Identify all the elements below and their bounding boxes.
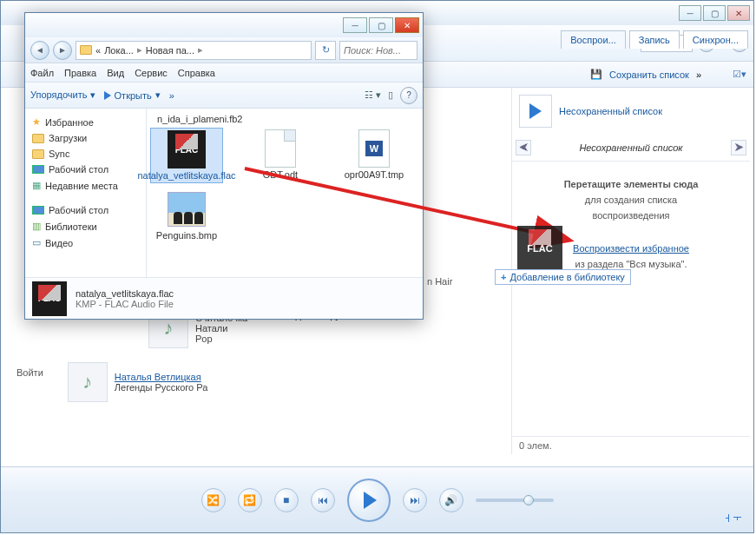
breadcrumb[interactable]: « Лока... ▸ Новая па... ▸	[76, 41, 312, 60]
forward-button[interactable]: ►	[53, 41, 72, 60]
refresh-button[interactable]: ↻	[315, 41, 336, 60]
folder-icon	[32, 149, 44, 159]
file-item[interactable]: n_ida_i_plameni.fb2	[150, 112, 419, 122]
volume-slider[interactable]	[476, 499, 554, 502]
nav-desktop[interactable]: Рабочий стол	[29, 162, 142, 177]
bg-text-fragment: n Hair	[427, 276, 452, 287]
explorer-toolbar: Упорядочить ▾ Открыть ▾ » ☷ ▾ ▯ ?	[25, 83, 423, 109]
file-item-selected[interactable]: FLAC natalya_vetlitskaya.flac	[150, 128, 223, 183]
wmp-minimize-button[interactable]: ─	[679, 5, 701, 21]
library-content: ♪ Считалочка Натали Pop Новогодние Игруш…	[10, 307, 502, 454]
pl-next-button[interactable]: ⮞	[731, 140, 746, 155]
toolbar-chevron[interactable]: »	[169, 90, 174, 101]
track-artist: Натали	[195, 323, 247, 334]
shuffle-button[interactable]: 🔀	[201, 488, 226, 512]
drop-caption: Перетащите элементы сюда	[564, 179, 699, 189]
explorer-addressbar: ◄ ► « Лока... ▸ Новая па... ▸ ↻	[25, 37, 423, 63]
save-list-link[interactable]: Сохранить список	[609, 69, 689, 80]
track-row[interactable]: ♪ Наталья Ветлицкая Легенды Русского Ра	[68, 360, 207, 404]
menu-edit[interactable]: Правка	[64, 68, 96, 78]
star-icon: ★	[32, 116, 41, 128]
exp-minimize-button[interactable]: ─	[343, 17, 367, 33]
disk-icon: 💾	[590, 69, 602, 80]
folder-icon	[32, 134, 44, 143]
file-name: opr00A9T.tmp	[345, 169, 404, 180]
tab-burn[interactable]: Запись	[629, 30, 680, 49]
track-title: Легенды Русского Ра	[115, 382, 207, 393]
playlist-drop-area[interactable]: Перетащите элементы сюда для создания сп…	[512, 162, 750, 436]
player-bar: 🔀 🔁 ■ ⏮ ⏭ 🔊 ⫞⫟	[1, 466, 753, 532]
file-name: natalya_vetlitskaya.flac	[137, 170, 235, 181]
monitor-icon	[32, 206, 44, 215]
unsaved-list-link[interactable]: Несохраненный список	[559, 106, 662, 116]
menu-tools[interactable]: Сервис	[135, 68, 168, 78]
status-filetype: KMP - FLAC Audio File	[76, 299, 174, 309]
nav-libraries[interactable]: ▥Библиотеки	[29, 218, 142, 234]
next-button[interactable]: ⏭	[403, 488, 427, 512]
play-favorites-link[interactable]: Воспроизвести избранное	[573, 243, 689, 254]
wmp-tabs: Воспрои... Запись Синхрон...	[561, 30, 748, 49]
play-button[interactable]	[347, 479, 391, 522]
stop-button[interactable]: ■	[274, 488, 299, 512]
pl-head: Несохраненный список	[512, 88, 750, 135]
view-button[interactable]: ☷ ▾	[365, 89, 381, 101]
nav-video[interactable]: ▭Видео	[29, 234, 142, 251]
wmp-maximize-button[interactable]: ▢	[703, 5, 726, 21]
bmp-icon	[168, 192, 206, 227]
file-name: Penguins.bmp	[156, 230, 217, 241]
flac-icon: FLAC	[517, 226, 562, 271]
mute-button[interactable]: 🔊	[439, 488, 463, 512]
file-item[interactable]: Penguins.bmp	[150, 188, 223, 242]
switch-view-button[interactable]: ⫞⫟	[724, 510, 745, 525]
tab-play[interactable]: Воспрои...	[561, 30, 625, 49]
explorer-window: ─ ▢ ✕ ◄ ► « Лока... ▸ Новая па... ▸ ↻ Фа…	[24, 12, 424, 320]
menu-view[interactable]: Вид	[107, 68, 124, 78]
drag-tooltip: + Добавление в библиотеку	[495, 269, 631, 285]
organize-button[interactable]: Упорядочить ▾	[30, 89, 95, 101]
exp-close-button[interactable]: ✕	[395, 17, 419, 33]
crumb-seg[interactable]: Лока...	[104, 45, 134, 56]
explorer-search-input[interactable]	[339, 41, 417, 60]
nav-sync[interactable]: Sync	[29, 146, 142, 162]
nav-favorites[interactable]: ★Избранное	[29, 114, 142, 130]
explorer-body: ★Избранное Загрузки Sync Рабочий стол ▦Н…	[25, 109, 423, 277]
login-link[interactable]: Войти	[10, 360, 50, 404]
nav-recent[interactable]: ▦Недавние места	[29, 177, 142, 194]
folder-icon	[80, 45, 92, 55]
preview-pane-button[interactable]: ▯	[388, 89, 393, 101]
album-art-icon: ♪	[68, 362, 108, 402]
explorer-titlebar[interactable]: ─ ▢ ✕	[25, 13, 423, 37]
play-thumbnail-icon	[519, 95, 552, 128]
chevron-icon[interactable]: »	[696, 69, 701, 80]
tab-sync[interactable]: Синхрон...	[683, 30, 748, 49]
repeat-button[interactable]: 🔁	[238, 488, 262, 512]
nav-downloads[interactable]: Загрузки	[29, 130, 142, 146]
file-name: ODT.odt	[263, 169, 298, 180]
file-item[interactable]: ODT.odt	[244, 128, 317, 183]
drag-ghost: FLAC	[517, 226, 562, 271]
flac-icon: FLAC	[32, 281, 67, 316]
drop-sub2: воспроизведения	[592, 210, 669, 221]
artist-link[interactable]: Наталья Ветлицкая	[115, 372, 207, 382]
explorer-filepane[interactable]: n_ida_i_plameni.fb2 FLAC natalya_vetlits…	[147, 109, 423, 277]
file-item[interactable]: W opr00A9T.tmp	[338, 128, 411, 183]
monitor-icon	[32, 165, 44, 174]
clear-icon[interactable]: ☑▾	[733, 69, 746, 80]
explorer-navpane: ★Избранное Загрузки Sync Рабочий стол ▦Н…	[25, 109, 147, 277]
menu-help[interactable]: Справка	[178, 68, 215, 78]
nav-desktop2[interactable]: Рабочий стол	[29, 202, 142, 218]
menu-file[interactable]: Файл	[30, 68, 54, 78]
pl-footer: 0 элем.	[512, 436, 750, 454]
wmp-close-button[interactable]: ✕	[727, 5, 750, 21]
flac-icon: FLAC	[168, 130, 206, 168]
exp-maximize-button[interactable]: ▢	[369, 17, 393, 33]
back-button[interactable]: ◄	[30, 41, 49, 60]
pl-prev-button[interactable]: ⮜	[516, 140, 531, 155]
help-icon[interactable]: ?	[400, 87, 417, 104]
prev-button[interactable]: ⏮	[311, 488, 335, 512]
fav-subtext: из раздела "Вся музыка".	[575, 259, 687, 269]
crumb-seg[interactable]: Новая па...	[146, 45, 194, 56]
status-filename: natalya_vetlitskaya.flac	[76, 288, 174, 299]
explorer-menubar: Файл Правка Вид Сервис Справка	[25, 63, 423, 83]
open-button[interactable]: Открыть ▾	[104, 89, 161, 101]
